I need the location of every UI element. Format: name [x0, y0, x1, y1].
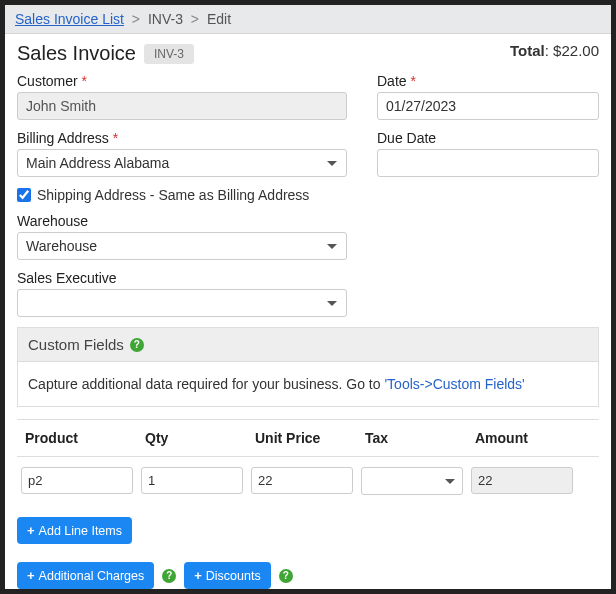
- customer-input[interactable]: [17, 92, 347, 120]
- line-items-header: Product Qty Unit Price Tax Amount: [17, 419, 599, 457]
- plus-icon: +: [27, 568, 35, 583]
- total-display: Total: $22.00: [510, 42, 599, 59]
- plus-icon: +: [194, 568, 202, 583]
- sales-executive-select[interactable]: [17, 289, 347, 317]
- breadcrumb-root-link[interactable]: Sales Invoice List: [15, 11, 124, 27]
- tax-select[interactable]: [361, 467, 463, 495]
- custom-fields-link[interactable]: 'Tools->Custom Fields': [384, 376, 524, 392]
- add-line-items-button[interactable]: + Add Line Items: [17, 517, 132, 544]
- additional-charges-button[interactable]: + Additional Charges: [17, 562, 154, 589]
- qty-input[interactable]: [141, 467, 243, 494]
- line-item-row: [17, 457, 599, 499]
- col-product: Product: [17, 420, 137, 456]
- breadcrumb: Sales Invoice List > INV-3 > Edit: [5, 5, 611, 34]
- due-date-input[interactable]: [377, 149, 599, 177]
- help-icon[interactable]: ?: [279, 569, 293, 583]
- custom-fields-text: Capture additional data required for you…: [28, 376, 384, 392]
- billing-address-label: Billing Address *: [17, 130, 347, 146]
- custom-fields-title: Custom Fields: [28, 336, 124, 353]
- col-qty: Qty: [137, 420, 247, 456]
- breadcrumb-action: Edit: [207, 11, 231, 27]
- amount-output: [471, 467, 573, 494]
- col-tax: Tax: [357, 420, 467, 456]
- total-value: $22.00: [553, 42, 599, 59]
- custom-fields-panel: Custom Fields ? Capture additional data …: [17, 327, 599, 407]
- breadcrumb-sep: >: [132, 11, 140, 27]
- col-amount: Amount: [467, 420, 577, 456]
- unit-price-input[interactable]: [251, 467, 353, 494]
- invoice-id-badge: INV-3: [144, 44, 194, 64]
- help-icon[interactable]: ?: [130, 338, 144, 352]
- breadcrumb-sep: >: [191, 11, 199, 27]
- date-input[interactable]: [377, 92, 599, 120]
- col-unit-price: Unit Price: [247, 420, 357, 456]
- plus-icon: +: [27, 523, 35, 538]
- discounts-button[interactable]: + Discounts: [184, 562, 270, 589]
- warehouse-select[interactable]: Warehouse: [17, 232, 347, 260]
- help-icon[interactable]: ?: [162, 569, 176, 583]
- shipping-same-checkbox[interactable]: [17, 188, 31, 202]
- total-label: Total: [510, 42, 545, 59]
- page-title: Sales Invoice: [17, 42, 136, 65]
- customer-label: Customer *: [17, 73, 347, 89]
- product-input[interactable]: [21, 467, 133, 494]
- billing-address-select[interactable]: Main Address Alabama: [17, 149, 347, 177]
- shipping-same-label: Shipping Address - Same as Billing Addre…: [37, 187, 309, 203]
- breadcrumb-id: INV-3: [148, 11, 183, 27]
- due-date-label: Due Date: [377, 130, 599, 146]
- sales-executive-label: Sales Executive: [17, 270, 599, 286]
- date-label: Date *: [377, 73, 599, 89]
- warehouse-label: Warehouse: [17, 213, 599, 229]
